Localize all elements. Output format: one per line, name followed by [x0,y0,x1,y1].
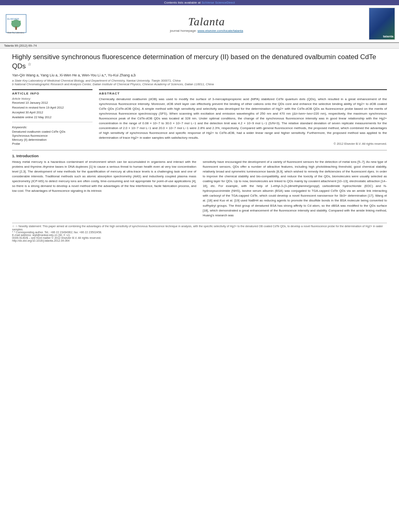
sciverse-link[interactable]: SciVerse ScienceDirect [202,1,235,4]
star-footnote-text: ☆ Novelty statement: This paper aimed at… [12,225,383,231]
intro-right-text: sensitivity have encouraged the developm… [203,160,387,218]
corresponding-text: * Corresponding author. Tel.: +86 22 234… [14,231,102,234]
article-info-abstract: ARTICLE INFO Article history: Received 1… [12,89,387,146]
keyword-3: Mercury (II) determination [12,138,93,142]
affiliation-b: b National Chromatographic Research and … [12,82,387,86]
email-footnote: E-mail address: wyli@nankai.edu.cn (W.-Y… [12,234,387,236]
volume-info: Talanta 99 (2012) 69–74 [4,44,37,47]
keyword-4: Probe [12,142,93,146]
title-star: ☆ [28,62,31,66]
abstract-header: ABSTRACT [99,92,387,95]
top-bar: Contents lists available at SciVerse Sci… [0,0,399,5]
footnote-section: ☆ ☆ Novelty statement: This paper aimed … [12,223,387,242]
keywords-label: Keywords: [12,125,93,129]
revised-date: Received in revised form 19 April 2012 [12,106,93,109]
article-info-header: ARTICLE INFO [12,92,93,95]
accepted-date: Accepted 30 April 2012 [12,111,93,114]
keywords-section: Keywords: Denatured ovalbumin coated CdT… [12,125,93,146]
journal-homepage: journal homepage: www.elsevier.com/locat… [44,29,369,33]
email-label: E-mail address: [12,234,32,236]
svg-text:State Key Laboratory: State Key Laboratory [7,32,25,34]
corresponding-footnote: * * Corresponding author. Tel.: +86 22 2… [12,231,387,234]
col-right-abstract: ABSTRACT Chemically denatured ovalbumin … [99,89,387,146]
section-heading: 1. Introduction [12,154,387,158]
journal-title: Talanta [44,15,369,28]
intro-col-left: Heavy metal mercury is a hazardous conta… [12,160,196,220]
affiliation-a: a State Key Laboratory of Medicinal Chem… [12,79,387,82]
available-date: Available online 22 May 2012 [12,115,93,119]
doi-line: http://dx.doi.org/10.1016/j.talanta.2012… [12,239,387,242]
homepage-url[interactable]: www.elsevier.com/locate/talanta [197,29,243,33]
article-title: Highly sensitive synchronous fluorescenc… [12,53,387,71]
svg-point-4 [11,21,13,22]
article-info-box: ARTICLE INFO Article history: Received 1… [12,89,93,122]
keyword-2: Synchronous fluorescence [12,134,93,138]
introduction-section: 1. Introduction Heavy metal mercury is a… [12,154,387,220]
col-left-info: ARTICLE INFO Article history: Received 1… [12,89,93,146]
copyright-line: © 2012 Elsevier B.V. All rights reserved… [99,142,387,146]
abstract-text: Chemically denatured ovalbumin (dOB) was… [99,97,387,140]
main-content: Highly sensitive synchronous fluorescenc… [0,49,399,246]
intro-col-right: sensitivity have encouraged the developm… [203,160,387,220]
talanta-cover-text: talanta [383,35,393,38]
svg-point-5 [19,21,21,22]
history-label: Article history: [12,97,93,101]
authors-line: Yan-Qin Wang a, Yang Liu a, Xi-Wen He a,… [12,73,387,77]
section-divider [12,150,387,150]
svg-text:ELSEVIER: ELSEVIER [7,18,19,20]
star-icon: ☆ [12,225,15,228]
sciverse-text: Contents lists available at [164,1,201,4]
received-date: Received 10 January 2012 [12,101,93,105]
elsevier-logo: ELSEVIER State Key Laboratory [4,12,40,35]
talanta-cover: talanta [369,8,395,40]
body-two-col: Heavy metal mercury is a hazardous conta… [12,160,387,220]
journal-center: Talanta journal homepage: www.elsevier.c… [44,15,369,33]
keyword-1: Denatured ovalbumin coated CdTe QDs [12,130,93,134]
affiliations: a State Key Laboratory of Medicinal Chem… [12,79,387,86]
issn-line: 0039-9140/$ – see front matter © 2012 El… [12,236,387,239]
article-title-section: Highly sensitive synchronous fluorescenc… [12,53,387,86]
homepage-label: journal homepage: [170,29,197,33]
svg-rect-3 [15,27,17,30]
journal-header: ELSEVIER State Key Laboratory Talanta jo… [0,5,399,43]
email-value: wyli@nankai.edu.cn (W.-Y. Li). [33,234,71,236]
star-footnote: ☆ ☆ Novelty statement: This paper aimed … [12,225,387,231]
article-meta-top: Talanta 99 (2012) 69–74 [0,43,399,49]
intro-left-text: Heavy metal mercury is a hazardous conta… [12,160,196,194]
abstract-section: ABSTRACT Chemically denatured ovalbumin … [99,89,387,146]
